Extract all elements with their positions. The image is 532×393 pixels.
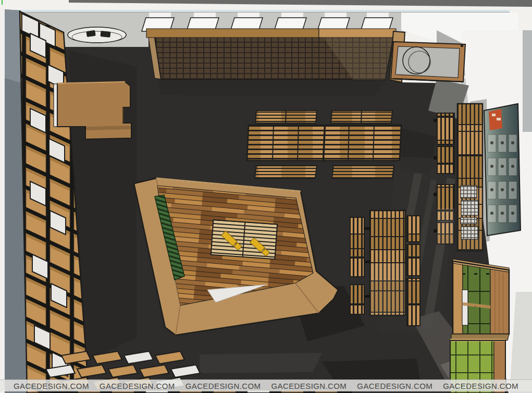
dining-set-a: [247, 110, 325, 178]
table: [247, 125, 325, 161]
watermark-bar: GACEDESIGN.COM GACEDESIGN.COM GACEDESIGN…: [0, 379, 532, 391]
scene: [0, 0, 532, 393]
dining-set-b: [324, 110, 401, 178]
tabletop-object: [100, 31, 110, 38]
woven-basket: [461, 186, 477, 198]
platform-table: [211, 220, 277, 259]
side-table-column: [457, 104, 482, 251]
bench: [437, 113, 454, 144]
canopy-top-rail: [146, 29, 319, 38]
watermark-text: GACEDESIGN.COM: [271, 382, 347, 390]
green-locker-upper: [453, 259, 509, 334]
round-table: [68, 27, 126, 43]
watermark-text: GACEDESIGN.COM: [185, 382, 261, 390]
watermark-text: GACEDESIGN.COM: [357, 382, 432, 390]
right-wall-gray-strip: [523, 30, 532, 132]
bench: [407, 278, 420, 326]
bench: [407, 216, 420, 242]
vertical-dining-set: [350, 211, 420, 326]
bench: [255, 166, 317, 178]
render-artifact: [2, 0, 3, 5]
wall-counter: [391, 42, 465, 82]
watermark-text: GACEDESIGN.COM: [14, 382, 89, 390]
bench: [407, 244, 420, 276]
table: [324, 125, 401, 161]
slatted-canopy-panel: [146, 29, 405, 82]
wall-poster: [484, 104, 521, 236]
bench: [332, 166, 394, 178]
woven-basket: [461, 200, 478, 215]
woven-basket: [461, 217, 477, 224]
tabletop-object: [86, 30, 95, 37]
white-door: [462, 290, 468, 325]
window-light-line: [15, 10, 510, 12]
bench: [350, 217, 364, 277]
watermark-text: GACEDESIGN.COM: [443, 382, 518, 390]
watermark-text: GACEDESIGN.COM: [100, 382, 175, 390]
interior-render-canvas: GACEDESIGN.COM GACEDESIGN.COM GACEDESIGN…: [0, 0, 532, 393]
bench: [350, 285, 364, 314]
left-margin: [0, 0, 5, 393]
woven-basket: [461, 226, 478, 239]
cabinet-wood-side: [490, 267, 509, 334]
bench: [437, 146, 454, 174]
